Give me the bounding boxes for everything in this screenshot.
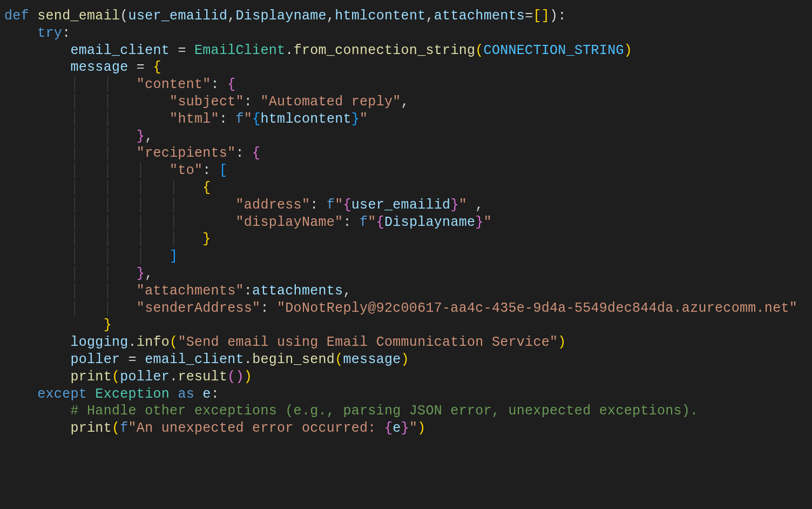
code-line: } bbox=[4, 317, 112, 333]
code-line: │ │ }, bbox=[4, 266, 153, 282]
code-line: │ │ │ │ "address": f"{user_emailid}" , bbox=[4, 197, 484, 213]
code-line: │ │ "html": f"{htmlcontent}" bbox=[4, 111, 368, 127]
code-line: email_client = EmailClient.from_connecti… bbox=[4, 43, 632, 58]
code-line: print(f"An unexpected error occurred: {e… bbox=[4, 420, 426, 436]
code-line: │ │ │ "to": [ bbox=[4, 163, 227, 178]
code-line: logging.info("Send email using Email Com… bbox=[4, 334, 566, 350]
code-line: │ │ "subject": "Automated reply", bbox=[4, 94, 409, 110]
code-line: except Exception as e: bbox=[4, 386, 219, 402]
code-line: │ │ "attachments":attachments, bbox=[4, 283, 351, 299]
code-line: poller = email_client.begin_send(message… bbox=[4, 352, 409, 367]
code-line: │ │ "content": { bbox=[4, 77, 236, 92]
code-line: print(poller.result()) bbox=[4, 369, 252, 385]
code-line: │ │ "recipients": { bbox=[4, 145, 260, 161]
code-line: try: bbox=[4, 25, 70, 41]
code-line: message = { bbox=[4, 59, 161, 75]
code-line: │ │ "senderAddress": "DoNotReply@92c0061… bbox=[4, 300, 797, 316]
code-line: │ │ │ │ "displayName": f"{Displayname}" bbox=[4, 215, 492, 230]
code-line: def send_email(user_emailid,Displayname,… bbox=[4, 8, 566, 24]
code-line: │ │ │ │ } bbox=[4, 231, 211, 247]
code-line: │ │ }, bbox=[4, 129, 153, 144]
code-editor[interactable]: def send_email(user_emailid,Displayname,… bbox=[0, 0, 812, 445]
code-line: # Handle other exceptions (e.g., parsing… bbox=[4, 403, 698, 419]
code-line: │ │ │ ] bbox=[4, 249, 178, 264]
code-line: │ │ │ │ { bbox=[4, 180, 211, 196]
